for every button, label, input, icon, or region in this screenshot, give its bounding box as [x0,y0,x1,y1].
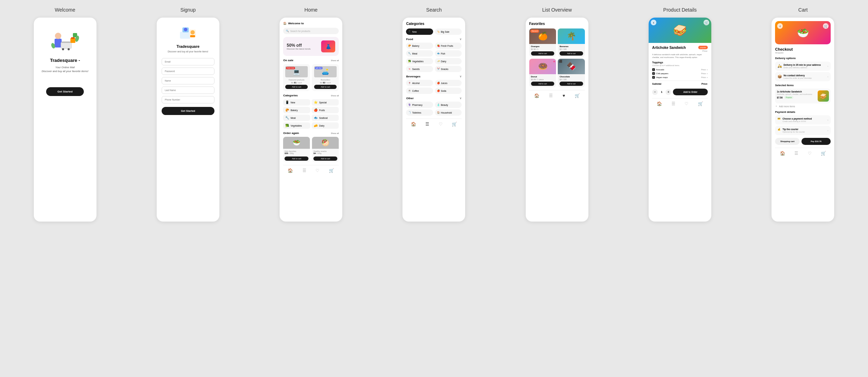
on-sale-show-all[interactable]: Show all [331,59,339,62]
nav-home-icon[interactable]: 🏠 [288,168,293,173]
cat-pill-big-sale[interactable]: 🏷️ Big Sale [435,28,462,35]
nav-cart-icon[interactable]: 🛒 [329,168,334,173]
cat-beauty[interactable]: 🧴Beauty [435,102,462,108]
cat-snacks[interactable]: ✂️Snacks [435,66,462,72]
cat-vegetables[interactable]: 🥦Vegetables [283,122,310,129]
nav-cart-icon[interactable]: 🛒 [575,93,580,98]
cat-pill-new[interactable]: 📱 New [406,28,433,35]
last-name-field[interactable] [162,87,214,94]
new-icon: 📱 [408,30,411,33]
nav-list-icon[interactable]: ☰ [794,151,798,156]
phone-number-field[interactable] [162,96,214,103]
add-to-cart-button-2[interactable]: Add to cart [314,85,337,89]
payment-option-1[interactable]: 💳 Choose a payment method Credit card en… [775,115,831,124]
fav-price-chocolate: $4 / 100 [560,78,583,81]
decrease-qty-button[interactable]: − [652,89,658,95]
fav-add-cart-oranges[interactable]: Add to cart [531,51,555,56]
food-row-1: 🥐Bakery 🍓Fresh Fruits [406,43,462,49]
password-field[interactable] [162,68,214,75]
beverages-chevron: ∨ [460,75,462,78]
fav-add-cart-chocolate[interactable]: Add to cart [560,82,583,86]
nav-list-icon[interactable]: ☰ [302,168,306,173]
order-again-show-all[interactable]: Show all [331,132,339,134]
cat-special[interactable]: ⭐Special [312,99,339,106]
cat-fresh-fruits[interactable]: 🍓Fresh Fruits [435,43,462,49]
get-started-button[interactable]: Get Started [46,87,84,96]
nav-home-icon[interactable]: 🏠 [411,122,416,127]
add-to-cart-button-1[interactable]: Add to cart [285,85,308,89]
fav-add-cart-bananas[interactable]: Add to cart [560,51,583,56]
cart-icon-header[interactable]: 🛒 [704,20,709,25]
back-button[interactable]: ‹ [651,20,656,25]
nav-cart-icon[interactable]: 🛒 [698,101,703,106]
nav-cart-icon[interactable]: 🛒 [821,151,826,156]
nav-heart-icon[interactable]: ♡ [685,101,688,106]
product-price-2: $2 $2 / each [314,82,337,84]
cat-seafood[interactable]: 🐟Seafood [312,115,339,121]
cat-sweets[interactable]: 🍬Sweets [406,66,433,72]
cat-soda[interactable]: 🍎Soda [435,88,462,94]
nav-cart-icon[interactable]: 🛒 [452,122,457,127]
fav-card-donut: ♥ 🍩 Donut $0.99 / 1 piece Add to cart [529,59,556,87]
cat-vegetables[interactable]: 🥦Vegetables [406,58,433,64]
search-bar[interactable]: 🔍 Search for products [283,28,339,34]
checkbox-avocado[interactable]: ✓ [652,68,655,71]
delivery-option-2[interactable]: 📦 No contact delivery Leave the order at… [775,72,831,81]
nav-heart-icon[interactable]: ♥ [562,93,565,98]
food-section-header[interactable]: Food ∨ [406,38,462,41]
cat-meat[interactable]: 🔧Meat [283,115,310,121]
food-row-4: 🍬Sweets ✂️Snacks [406,66,462,72]
add-more-items[interactable]: ＋ Add more items [775,105,831,108]
email-field[interactable] [162,58,214,65]
cat-fish[interactable]: 🐟Fish [435,50,462,57]
nav-heart-icon[interactable]: ♡ [316,168,319,173]
categories-show-all[interactable]: Show all [331,95,339,97]
nav-home-icon[interactable]: 🏠 [657,101,662,106]
home-icon: 🏠 [283,22,287,25]
fav-add-cart-donut[interactable]: Add to cart [531,82,555,86]
favorites-title: Favorites [529,22,585,26]
pay-button[interactable]: Pay $10.76 [801,138,831,145]
payment-label-2: Tip the courier [782,128,825,130]
nav-list-icon[interactable]: ☰ [672,101,675,106]
add-to-order-button[interactable]: Add to Order [673,89,708,95]
cat-household[interactable]: 🏠Household [435,109,462,116]
cat-dairy[interactable]: 🧈Dairy [435,58,462,64]
nav-heart-icon[interactable]: ♡ [808,151,812,156]
shopping-cart-button[interactable]: Shopping cart [775,138,800,145]
cat-alcohol[interactable]: 🍷Alcohol [406,80,433,86]
cat-new[interactable]: 📱New [283,99,310,106]
cat-juices[interactable]: 🍎Juices [435,80,462,86]
cat-bakery[interactable]: 🥐Bakery [283,107,310,113]
back-button-cart[interactable]: ‹ [777,23,783,29]
cat-toiletries[interactable]: 🧻Toiletries [406,109,433,116]
other-section-header[interactable]: Other ∨ [406,97,462,100]
checkbox-vegan-mayo[interactable]: ✓ [652,76,655,79]
beverages-section-header[interactable]: Beverages ∨ [406,75,462,78]
name-field[interactable] [162,77,214,84]
home-screen: 🏠 Welcome to 🔍 Search for products 50% o… [280,18,342,222]
nav-home-icon[interactable]: 🏠 [534,93,539,98]
increase-qty-button[interactable]: + [666,89,671,95]
delivery-option-1[interactable]: 🛵 Delivery in 35 min to your address Ent… [775,62,831,71]
cat-pharmacy[interactable]: ⚕️Pharmacy [406,102,433,108]
cat-dairy[interactable]: 🧀Dairy [312,122,339,129]
cat-meat[interactable]: 🔧Meat [406,50,433,57]
nav-home-icon[interactable]: 🏠 [780,151,785,156]
checkbox-chili[interactable]: ✓ [652,72,655,75]
signup-title: Signup [180,7,196,13]
payment-option-2[interactable]: 💰 Tip the courier Optional tip for the c… [775,126,831,135]
nav-heart-icon[interactable]: ♡ [439,122,443,127]
nav-list-icon[interactable]: ☰ [549,93,553,98]
cat-fruits[interactable]: 🍎Fruits [312,107,339,113]
svg-rect-0 [55,39,62,47]
order-card-img-1: 🥗 [283,137,310,149]
cat-bakery[interactable]: 🥐Bakery [406,43,433,49]
cat-coffee[interactable]: ☕Coffee [406,88,433,94]
cart-icon-cart-header[interactable]: 🛒 [823,23,829,29]
add-to-cart-order-1[interactable]: Add to cart [285,156,308,161]
save-badge: Save now [286,67,295,69]
signup-button[interactable]: Get Started [162,107,214,115]
add-to-cart-order-2[interactable]: Add to cart [313,156,337,161]
nav-list-icon[interactable]: ☰ [425,122,429,127]
